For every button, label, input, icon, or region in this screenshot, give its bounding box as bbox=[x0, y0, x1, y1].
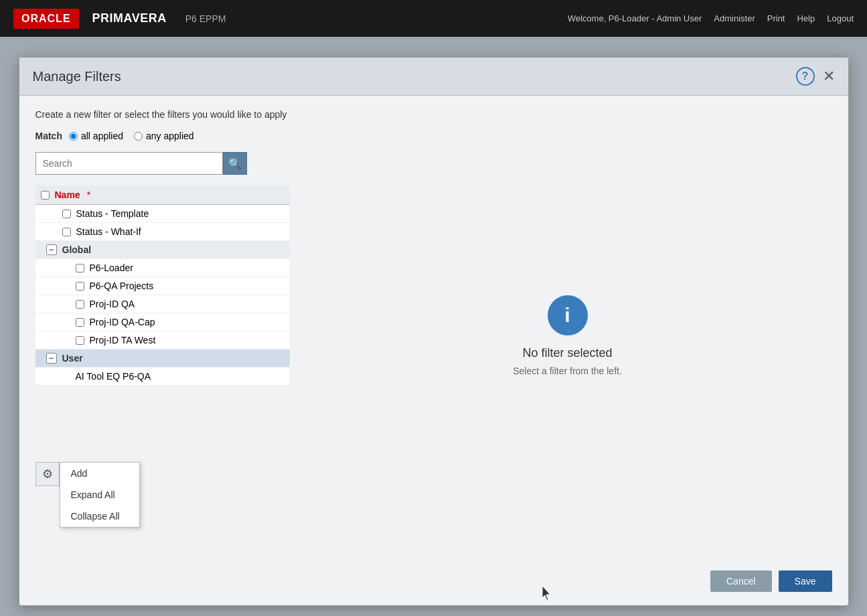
manage-filters-modal: Manage Filters ? ✕ Create a new filter o… bbox=[19, 57, 849, 606]
filter-item-projid-qacap[interactable]: Proj-ID QA-Cap bbox=[35, 313, 290, 331]
save-button[interactable]: Save bbox=[779, 570, 832, 592]
label-status-whatif: Status - What-If bbox=[76, 226, 141, 237]
label-p6loader: P6-Loader bbox=[90, 262, 133, 273]
modal-body: Create a new filter or select the filter… bbox=[19, 96, 848, 499]
filter-header-row: Name * bbox=[35, 185, 290, 205]
modal-footer: Cancel Save bbox=[694, 557, 848, 605]
gear-button[interactable]: ⚙ bbox=[35, 462, 60, 486]
filter-item-status-whatif[interactable]: Status - What-If bbox=[35, 223, 290, 241]
match-options: all applied any applied bbox=[69, 131, 194, 141]
checkbox-projid-qa[interactable] bbox=[76, 300, 84, 309]
collapse-global-icon[interactable]: − bbox=[46, 244, 57, 255]
required-asterisk: * bbox=[87, 189, 90, 200]
modal-description: Create a new filter or select the filter… bbox=[35, 109, 832, 120]
label-projid-qacap: Proj-ID QA-Cap bbox=[90, 317, 155, 327]
no-filter-title: No filter selected bbox=[522, 346, 612, 360]
context-menu-add[interactable]: Add bbox=[60, 463, 139, 484]
modal-title: Manage Filters bbox=[33, 69, 121, 84]
context-menu: Add Expand All Collapse All bbox=[60, 462, 140, 528]
search-button[interactable]: 🔍 bbox=[223, 152, 247, 175]
filter-list[interactable]: Status - Template Status - What-If − Glo… bbox=[35, 205, 290, 459]
label-aitool: AI Tool EQ P6-QA bbox=[76, 371, 151, 382]
administer-link[interactable]: Administer bbox=[714, 13, 755, 23]
match-label: Match bbox=[35, 131, 62, 141]
checkbox-projid-qacap[interactable] bbox=[76, 318, 84, 327]
panel-area: Name * Status - Template bbox=[35, 185, 832, 486]
filter-item-p6qa[interactable]: P6-QA Projects bbox=[35, 277, 290, 295]
group-global-label: Global bbox=[62, 244, 92, 255]
welcome-text: Welcome, P6-Loader - Admin User bbox=[568, 13, 702, 23]
context-menu-collapse-all[interactable]: Collapse All bbox=[60, 506, 139, 527]
filter-item-aitool[interactable]: AI Tool EQ P6-QA bbox=[35, 368, 290, 386]
filter-item-projid-tawest[interactable]: Proj-ID TA West bbox=[35, 331, 290, 350]
oracle-logo: ORACLE bbox=[13, 9, 79, 29]
match-all-radio[interactable] bbox=[69, 132, 78, 141]
match-all-applied[interactable]: all applied bbox=[69, 131, 123, 141]
print-link[interactable]: Print bbox=[767, 13, 785, 23]
help-link[interactable]: Help bbox=[797, 13, 815, 23]
close-icon[interactable]: ✕ bbox=[823, 69, 835, 84]
checkbox-p6qa[interactable] bbox=[76, 282, 84, 291]
collapse-user-icon[interactable]: − bbox=[46, 353, 57, 364]
right-panel: i No filter selected Select a filter fro… bbox=[303, 185, 832, 486]
gear-area: ⚙ Add Expand All Collapse All bbox=[35, 462, 290, 486]
filter-item-status-template[interactable]: Status - Template bbox=[35, 205, 290, 223]
modal-header: Manage Filters ? ✕ bbox=[19, 58, 848, 96]
checkbox-projid-tawest[interactable] bbox=[76, 336, 84, 345]
logout-link[interactable]: Logout bbox=[827, 13, 854, 23]
match-any-label: any applied bbox=[146, 131, 194, 141]
group-user-label: User bbox=[62, 353, 83, 364]
checkbox-status-template[interactable] bbox=[62, 210, 71, 218]
name-column-header: Name bbox=[55, 189, 80, 200]
context-menu-expand-all[interactable]: Expand All bbox=[60, 484, 139, 506]
filter-item-p6loader[interactable]: P6-Loader bbox=[35, 259, 290, 277]
topbar: ORACLE PRIMAVERA P6 EPPM Welcome, P6-Loa… bbox=[0, 0, 867, 37]
main-area: Manage Filters ? ✕ Create a new filter o… bbox=[0, 37, 867, 616]
label-p6qa: P6-QA Projects bbox=[90, 281, 154, 291]
search-input[interactable] bbox=[35, 152, 223, 175]
no-filter-description: Select a filter from the left. bbox=[513, 366, 622, 376]
label-projid-qa: Proj-ID QA bbox=[90, 299, 135, 309]
info-icon: i bbox=[548, 295, 588, 335]
left-panel: Name * Status - Template bbox=[35, 185, 290, 486]
label-status-template: Status - Template bbox=[76, 208, 149, 219]
select-all-checkbox[interactable] bbox=[41, 191, 50, 200]
help-icon[interactable]: ? bbox=[796, 67, 815, 86]
group-global[interactable]: − Global bbox=[35, 241, 290, 259]
filter-item-projid-qa[interactable]: Proj-ID QA bbox=[35, 295, 290, 313]
checkbox-status-whatif[interactable] bbox=[62, 228, 71, 236]
search-icon: 🔍 bbox=[228, 157, 242, 170]
nav-links: Welcome, P6-Loader - Admin User Administ… bbox=[568, 13, 854, 23]
match-all-label: all applied bbox=[81, 131, 123, 141]
match-row: Match all applied any applied bbox=[35, 131, 832, 141]
checkbox-p6loader[interactable] bbox=[76, 264, 84, 273]
p6-subtitle: P6 EPPM bbox=[185, 13, 226, 24]
modal-overlay: Manage Filters ? ✕ Create a new filter o… bbox=[0, 37, 867, 616]
match-any-radio[interactable] bbox=[134, 132, 143, 141]
search-row: 🔍 bbox=[35, 152, 832, 175]
label-projid-tawest: Proj-ID TA West bbox=[90, 335, 156, 345]
cancel-button[interactable]: Cancel bbox=[710, 570, 772, 592]
primavera-title: PRIMAVERA bbox=[92, 11, 167, 25]
modal-header-icons: ? ✕ bbox=[796, 67, 835, 86]
match-any-applied[interactable]: any applied bbox=[134, 131, 194, 141]
group-user[interactable]: − User bbox=[35, 350, 290, 368]
